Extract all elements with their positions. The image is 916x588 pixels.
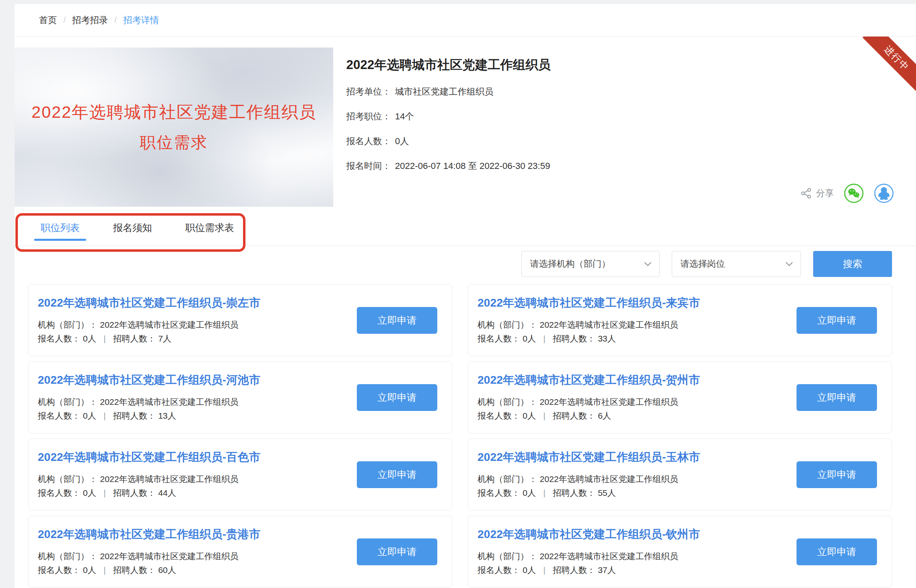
recruits-label: 招聘人数： — [113, 486, 156, 500]
job-title-link[interactable]: 2022年选聘城市社区党建工作组织员-钦州市 — [478, 527, 700, 542]
recruits-value: 60人 — [158, 563, 176, 577]
recruits-value: 55人 — [598, 486, 616, 500]
job-card: 2022年选聘城市社区党建工作组织员-崇左市 机构（部门）： 2022年选聘城市… — [28, 284, 452, 356]
field-label: 招考职位： — [346, 110, 391, 123]
job-counts-line: 报名人数： 0人 | 招聘人数： 44人 — [38, 486, 260, 500]
job-title-link[interactable]: 2022年选聘城市社区党建工作组织员-玉林市 — [478, 450, 700, 465]
job-title-link[interactable]: 2022年选聘城市社区党建工作组织员-百色市 — [38, 450, 260, 465]
post-select[interactable]: 请选择岗位 — [672, 251, 801, 277]
apply-button[interactable]: 立即申请 — [797, 461, 877, 488]
org-label: 机构（部门）： — [478, 549, 537, 563]
qq-icon[interactable] — [874, 183, 894, 203]
chevron-down-icon — [644, 261, 652, 267]
job-org-line: 机构（部门）： 2022年选聘城市社区党建工作组织员 — [38, 318, 260, 332]
org-label: 机构（部门）： — [38, 318, 98, 332]
job-org-line: 机构（部门）： 2022年选聘城市社区党建工作组织员 — [38, 472, 260, 486]
apply-button[interactable]: 立即申请 — [357, 384, 437, 411]
divider: | — [104, 486, 106, 500]
job-title-link[interactable]: 2022年选聘城市社区党建工作组织员-贺州市 — [478, 372, 700, 388]
banner-image: 2022年选聘城市社区党建工作组织员 职位需求 — [15, 48, 333, 207]
recruits-value: 33人 — [598, 332, 616, 346]
job-title-link[interactable]: 2022年选聘城市社区党建工作组织员-崇左市 — [38, 295, 260, 311]
job-org-line: 机构（部门）： 2022年选聘城市社区党建工作组织员 — [478, 395, 700, 409]
org-value: 2022年选聘城市社区党建工作组织员 — [100, 549, 239, 563]
applicants-value: 0人 — [83, 332, 96, 346]
job-counts-line: 报名人数： 0人 | 招聘人数： 33人 — [478, 332, 700, 346]
apply-button[interactable]: 立即申请 — [357, 538, 437, 565]
org-label: 机构（部门）： — [478, 395, 537, 409]
breadcrumb-recruit-list[interactable]: 招考招录 — [72, 14, 108, 26]
apply-button[interactable]: 立即申请 — [797, 307, 877, 334]
job-org-line: 机构（部门）： 2022年选聘城市社区党建工作组织员 — [478, 472, 700, 486]
applicants-label: 报名人数： — [38, 486, 80, 500]
job-card: 2022年选聘城市社区党建工作组织员-贵港市 机构（部门）： 2022年选聘城市… — [28, 516, 452, 588]
job-card: 2022年选聘城市社区党建工作组织员-河池市 机构（部门）： 2022年选聘城市… — [28, 361, 452, 433]
job-counts-line: 报名人数： 0人 | 招聘人数： 55人 — [478, 486, 700, 500]
job-card: 2022年选聘城市社区党建工作组织员-来宾市 机构（部门）： 2022年选聘城市… — [468, 284, 892, 356]
field-positions: 招考职位： 14个 — [346, 110, 894, 123]
job-card: 2022年选聘城市社区党建工作组织员-贺州市 机构（部门）： 2022年选聘城市… — [468, 361, 892, 433]
org-value: 2022年选聘城市社区党建工作组织员 — [540, 549, 678, 563]
applicants-label: 报名人数： — [38, 409, 80, 423]
job-counts-line: 报名人数： 0人 | 招聘人数： 60人 — [38, 563, 260, 577]
breadcrumb-separator: / — [63, 15, 66, 25]
field-label: 报名时间： — [346, 160, 391, 172]
org-value: 2022年选聘城市社区党建工作组织员 — [100, 472, 239, 486]
breadcrumb-current: 招考详情 — [123, 14, 159, 26]
job-counts-line: 报名人数： 0人 | 招聘人数： 6人 — [478, 409, 700, 423]
org-value: 2022年选聘城市社区党建工作组织员 — [540, 395, 678, 409]
applicants-label: 报名人数： — [478, 563, 520, 577]
search-button[interactable]: 搜索 — [813, 251, 892, 277]
breadcrumb-separator: / — [115, 15, 117, 25]
tabs-bar: 职位列表 报名须知 职位需求表 — [15, 216, 916, 246]
job-org-line: 机构（部门）： 2022年选聘城市社区党建工作组织员 — [478, 318, 700, 332]
applicants-value: 0人 — [83, 486, 96, 500]
recruits-value: 6人 — [598, 409, 611, 423]
org-label: 机构（部门）： — [478, 472, 537, 486]
job-card: 2022年选聘城市社区党建工作组织员-百色市 机构（部门）： 2022年选聘城市… — [28, 439, 452, 510]
org-select-placeholder: 请选择机构（部门） — [530, 258, 610, 270]
field-value: 城市社区党建工作组织员 — [395, 86, 493, 98]
applicants-label: 报名人数： — [38, 563, 80, 577]
org-label: 机构（部门）： — [38, 395, 98, 409]
share-icon — [801, 188, 812, 199]
breadcrumb: 首页 / 招考招录 / 招考详情 — [15, 4, 916, 37]
post-select-placeholder: 请选择岗位 — [680, 258, 725, 270]
job-counts-line: 报名人数： 0人 | 招聘人数： 13人 — [38, 409, 260, 423]
recruitment-info: 2022年选聘城市社区党建工作组织员 招考单位： 城市社区党建工作组织员 招考职… — [333, 48, 894, 207]
tab-position-list[interactable]: 职位列表 — [39, 216, 81, 246]
recruits-value: 37人 — [598, 563, 616, 577]
org-label: 机构（部门）： — [38, 472, 98, 486]
applicants-value: 0人 — [523, 332, 536, 346]
org-value: 2022年选聘城市社区党建工作组织员 — [100, 318, 239, 332]
wechat-icon[interactable] — [844, 183, 864, 203]
job-title-link[interactable]: 2022年选聘城市社区党建工作组织员-河池市 — [38, 372, 260, 388]
apply-button[interactable]: 立即申请 — [797, 384, 877, 411]
banner-title-line1: 2022年选聘城市社区党建工作组织员 — [31, 101, 316, 123]
org-label: 机构（部门）： — [38, 549, 98, 563]
divider: | — [543, 409, 545, 423]
field-label: 招考单位： — [346, 86, 391, 98]
page-title: 2022年选聘城市社区党建工作组织员 — [346, 56, 894, 74]
recruits-label: 招聘人数： — [113, 409, 156, 423]
apply-button[interactable]: 立即申请 — [797, 538, 877, 565]
apply-button[interactable]: 立即申请 — [357, 461, 437, 488]
recruits-label: 招聘人数： — [553, 563, 595, 577]
applicants-value: 0人 — [83, 409, 96, 423]
job-title-link[interactable]: 2022年选聘城市社区党建工作组织员-贵港市 — [38, 527, 260, 542]
job-org-line: 机构（部门）： 2022年选聘城市社区党建工作组织员 — [478, 549, 700, 563]
applicants-label: 报名人数： — [38, 332, 80, 346]
job-org-line: 机构（部门）： 2022年选聘城市社区党建工作组织员 — [38, 395, 260, 409]
tab-position-requirements[interactable]: 职位需求表 — [184, 216, 236, 246]
recruits-value: 7人 — [158, 332, 171, 346]
share-button[interactable]: 分享 — [801, 187, 834, 199]
apply-button[interactable]: 立即申请 — [357, 307, 437, 334]
org-value: 2022年选聘城市社区党建工作组织员 — [540, 472, 678, 486]
applicants-value: 0人 — [523, 563, 536, 577]
tab-signup-notice[interactable]: 报名须知 — [111, 216, 154, 246]
divider: | — [543, 332, 545, 346]
org-select[interactable]: 请选择机构（部门） — [521, 251, 660, 277]
job-title-link[interactable]: 2022年选聘城市社区党建工作组织员-来宾市 — [478, 295, 700, 311]
org-value: 2022年选聘城市社区党建工作组织员 — [100, 395, 239, 409]
breadcrumb-home[interactable]: 首页 — [39, 14, 57, 26]
